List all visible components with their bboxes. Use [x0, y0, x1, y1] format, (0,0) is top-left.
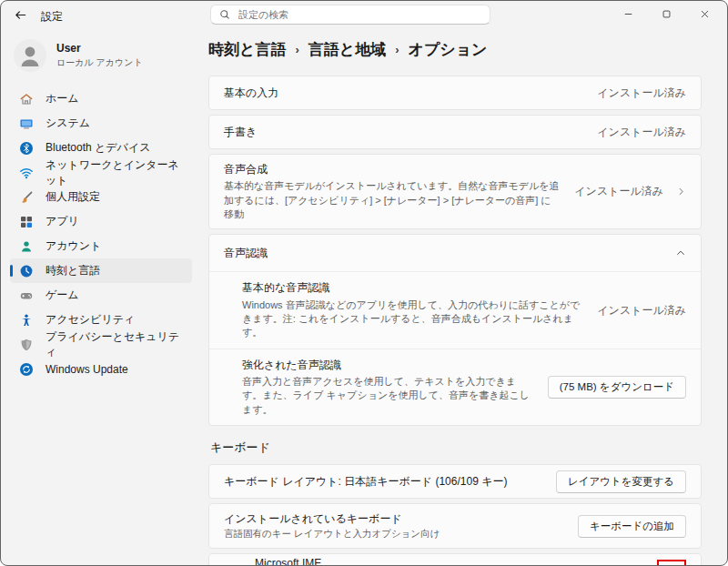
sidebar-item-apps[interactable]: アプリ: [10, 209, 192, 234]
installed-keyboards-row: インストールされているキーボード 言語固有のキー レイアウトと入力オプション向け…: [208, 503, 702, 549]
maximize-icon: [662, 9, 672, 19]
bluetooth-icon: [19, 141, 34, 156]
microsoft-ime-row: Microsoft IME 入力方式エディター キーボードオプション: [208, 553, 702, 566]
selected-accent-bar: [10, 265, 13, 277]
keyboard-layout-title: キーボード レイアウト: 日本語キーボード (106/109 キー): [224, 474, 541, 489]
basic-speech-recognition-title: 基本的な音声認識: [242, 280, 582, 295]
search-input[interactable]: [237, 8, 481, 21]
search-icon: [219, 9, 230, 20]
basic-input-title: 基本の入力: [224, 86, 582, 100]
close-button[interactable]: [685, 1, 723, 27]
installed-keyboards-subtitle: 言語固有のキー レイアウトと入力オプション向け: [224, 528, 563, 541]
sidebar-item-accounts[interactable]: アカウント: [10, 234, 192, 258]
main-content: 時刻と言語 › 言語と地域 › オプション 基本の入力 インストール済み 手書き…: [201, 28, 727, 565]
speech-recognition-title: 音声認識: [224, 246, 661, 260]
minimize-icon: [623, 9, 633, 19]
user-name: User: [56, 42, 143, 55]
change-layout-button[interactable]: レイアウトを変更する: [556, 470, 686, 493]
gamepad-icon: [19, 288, 34, 303]
time-language-clock-icon: [19, 264, 34, 278]
add-keyboard-button[interactable]: キーボードの追加: [578, 515, 686, 538]
paintbrush-icon: [19, 190, 34, 205]
system-icon: [19, 116, 34, 131]
speech-synthesis-title: 音声合成: [224, 162, 560, 177]
close-icon: [700, 9, 710, 19]
windows-update-icon: [19, 362, 34, 377]
speech-synthesis-description: 基本的な音声モデルがインストールされています。自然な音声モデルを追加するには、[…: [224, 179, 560, 221]
keyboard-section-heading: キーボード: [210, 440, 700, 456]
breadcrumb: 時刻と言語 › 言語と地域 › オプション: [208, 39, 702, 60]
speech-synthesis-row[interactable]: 音声合成 基本的な音声モデルがインストールされています。自然な音声モデルを追加す…: [208, 154, 702, 229]
handwriting-status: インストール済み: [597, 125, 686, 140]
page-title: オプション: [409, 39, 488, 60]
shield-icon: [19, 338, 34, 352]
keyboard-layout-row: キーボード レイアウト: 日本語キーボード (106/109 キー) レイアウト…: [208, 464, 702, 499]
user-account-type: ローカル アカウント: [56, 56, 143, 69]
search-box[interactable]: [210, 5, 490, 25]
breadcrumb-separator: ›: [295, 43, 298, 56]
back-arrow-icon: [14, 8, 27, 22]
app-title: 設定: [41, 9, 63, 25]
sidebar-item-windows-update[interactable]: Windows Update: [10, 357, 192, 381]
breadcrumb-language-region[interactable]: 言語と地域: [308, 39, 386, 60]
basic-input-status: インストール済み: [597, 86, 686, 101]
user-account-block[interactable]: User ローカル アカウント: [10, 35, 192, 86]
sidebar-item-home[interactable]: ホーム: [10, 86, 192, 111]
ime-title: Microsoft IME: [255, 556, 642, 566]
chevron-right-icon: [676, 187, 686, 197]
window-controls: [609, 1, 723, 27]
basic-speech-recognition-row: 基本的な音声認識 Windows 音声認識などのアプリを使用して、入力の代わりに…: [209, 271, 701, 348]
installed-keyboards-title: インストールされているキーボード: [224, 511, 563, 526]
accessibility-person-icon: [19, 313, 34, 328]
sidebar-item-privacy-security[interactable]: プライバシーとセキュリティ: [10, 332, 192, 357]
breadcrumb-time-language[interactable]: 時刻と言語: [208, 39, 286, 60]
minimize-button[interactable]: [609, 1, 647, 27]
speech-synthesis-status: インストール済み: [574, 184, 663, 199]
chevron-up-icon: [675, 248, 686, 258]
basic-input-row: 基本の入力 インストール済み: [208, 76, 702, 110]
maximize-button[interactable]: [647, 1, 685, 27]
sidebar-item-system[interactable]: システム: [10, 111, 192, 136]
sidebar-item-personalization[interactable]: 個人用設定: [10, 185, 192, 209]
titlebar: 設定: [1, 1, 727, 28]
sidebar-nav: ホーム システム Bluetooth とデバイス ネットワークとインターネット …: [10, 86, 192, 381]
speech-recognition-expander: 音声認識 基本的な音声認識 Windows 音声認識などのアプリを使用して、入力…: [208, 234, 702, 426]
enhanced-speech-recognition-description: 音声入力と音声アクセスを使用して、テキストを入力できます。また、ライブ キャプシ…: [242, 375, 533, 417]
sidebar-item-time-language[interactable]: 時刻と言語: [10, 258, 192, 283]
ime-more-options-button[interactable]: [660, 562, 683, 566]
handwriting-title: 手書き: [224, 125, 582, 139]
speech-recognition-header[interactable]: 音声認識: [209, 235, 701, 271]
back-button[interactable]: [8, 4, 32, 25]
sidebar-item-network-internet[interactable]: ネットワークとインターネット: [10, 160, 192, 185]
avatar: [14, 39, 46, 72]
handwriting-row: 手書き インストール済み: [208, 115, 702, 149]
download-button[interactable]: (75 MB) をダウンロード: [548, 376, 686, 399]
enhanced-speech-recognition-title: 強化された音声認識: [242, 358, 533, 372]
basic-speech-recognition-status: インストール済み: [597, 303, 686, 318]
sidebar-item-gaming[interactable]: ゲーム: [10, 283, 192, 308]
apps-icon: [19, 215, 34, 229]
basic-speech-recognition-description: Windows 音声認識などのアプリを使用して、入力の代わりに話すことができます…: [242, 298, 582, 340]
sidebar: User ローカル アカウント ホーム システム Bluetooth とデバイス…: [1, 28, 201, 565]
annotation-box-more-button: [657, 560, 686, 566]
enhanced-speech-recognition-row: 強化された音声認識 音声入力と音声アクセスを使用して、テキストを入力できます。ま…: [209, 349, 701, 425]
accounts-person-icon: [19, 239, 34, 254]
wifi-icon: [19, 166, 34, 180]
home-icon: [19, 92, 34, 106]
breadcrumb-separator: ›: [395, 43, 399, 56]
settings-window: 設定 User ローカル アカウント: [0, 0, 728, 566]
